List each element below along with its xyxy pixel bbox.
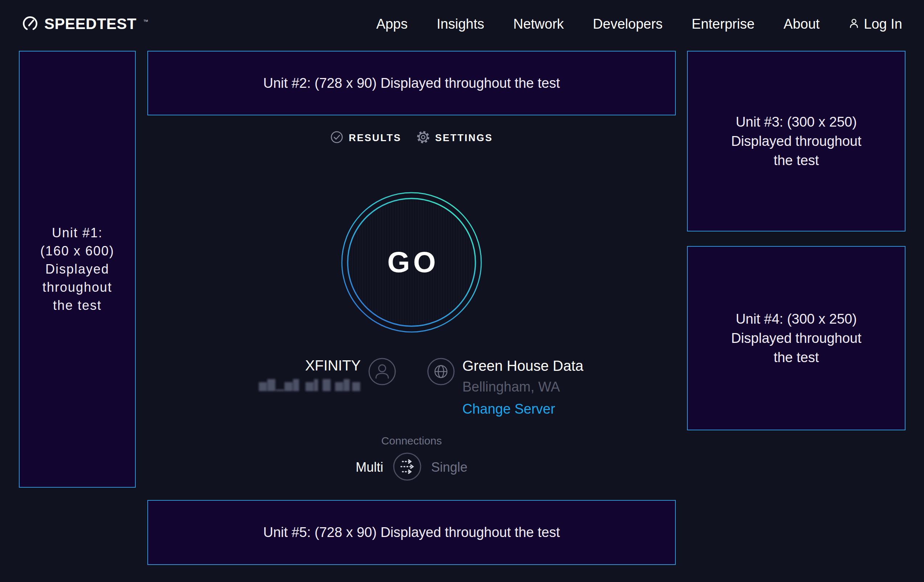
nav-item-apps[interactable]: Apps bbox=[376, 16, 408, 32]
isp-server-row: XFINITY ▆█▁▆▊ ▆▌█ ▆▊▆ Green House Data B… bbox=[226, 358, 584, 417]
isp-person-circle-icon bbox=[368, 358, 396, 387]
ad-unit-3-line: Unit #3: (300 x 250) bbox=[736, 112, 857, 132]
isp-name: XFINITY bbox=[226, 358, 361, 373]
ad-unit-3-line: Displayed throughout bbox=[731, 132, 861, 151]
ad-unit-4-line: Unit #4: (300 x 250) bbox=[736, 310, 857, 329]
ad-unit-3[interactable]: Unit #3: (300 x 250) Displayed throughou… bbox=[687, 51, 906, 231]
nav-menu: Apps Insights Network Developers Enterpr… bbox=[376, 16, 902, 32]
nav-item-insights[interactable]: Insights bbox=[437, 16, 484, 32]
ad-unit-1-line: Displayed bbox=[45, 260, 109, 278]
ad-unit-4[interactable]: Unit #4: (300 x 250) Displayed throughou… bbox=[687, 246, 906, 430]
ad-unit-1-line: the test bbox=[53, 297, 102, 315]
brand-name: SPEEDTEST bbox=[44, 15, 137, 33]
isp-block: XFINITY ▆█▁▆▊ ▆▌█ ▆▊▆ bbox=[226, 358, 361, 391]
top-nav: SPEEDTEST ™ Apps Insights Network Develo… bbox=[0, 0, 924, 48]
connections-single-option[interactable]: Single bbox=[431, 460, 467, 475]
tabs-row: RESULTS SETTINGS bbox=[147, 130, 676, 145]
gear-icon bbox=[417, 130, 430, 145]
speedtest-page: SPEEDTEST ™ Apps Insights Network Develo… bbox=[0, 0, 924, 582]
server-globe-circle-icon bbox=[427, 358, 455, 387]
check-circle-icon bbox=[330, 130, 343, 145]
gauge-icon bbox=[22, 15, 38, 33]
nav-item-network[interactable]: Network bbox=[513, 16, 564, 32]
nav-item-about[interactable]: About bbox=[784, 16, 820, 32]
server-block: Green House Data Bellingham, WA Change S… bbox=[462, 358, 584, 417]
server-name: Green House Data bbox=[462, 358, 584, 374]
ad-unit-4-line: Displayed throughout bbox=[731, 329, 861, 348]
ad-unit-2[interactable]: Unit #2: (728 x 90) Displayed throughout… bbox=[147, 51, 676, 115]
ad-unit-4-line: the test bbox=[774, 348, 819, 367]
go-button[interactable]: GO bbox=[341, 191, 482, 333]
ad-unit-2-text: Unit #2: (728 x 90) Displayed throughout… bbox=[263, 76, 559, 91]
go-label: GO bbox=[341, 191, 482, 333]
tab-settings[interactable]: SETTINGS bbox=[417, 130, 493, 145]
ad-unit-1-line: throughout bbox=[43, 278, 112, 297]
server-location: Bellingham, WA bbox=[462, 379, 584, 395]
login-label: Log In bbox=[864, 16, 902, 32]
connections-multi-option[interactable]: Multi bbox=[356, 460, 383, 475]
ad-unit-3-line: the test bbox=[774, 151, 819, 170]
nav-item-developers[interactable]: Developers bbox=[593, 16, 663, 32]
change-server-link[interactable]: Change Server bbox=[462, 401, 584, 417]
ad-unit-1-line: (160 x 600) bbox=[40, 242, 114, 260]
multi-connection-arrows-icon[interactable] bbox=[393, 452, 422, 483]
tab-results[interactable]: RESULTS bbox=[330, 130, 401, 145]
connections-row: Multi Single bbox=[147, 452, 676, 483]
ad-unit-5-text: Unit #5: (728 x 90) Displayed throughout… bbox=[263, 525, 559, 540]
speedtest-logo[interactable]: SPEEDTEST ™ bbox=[22, 15, 148, 33]
login-button[interactable]: Log In bbox=[848, 16, 902, 32]
connections-label: Connections bbox=[147, 435, 676, 447]
nav-item-enterprise[interactable]: Enterprise bbox=[692, 16, 754, 32]
ad-unit-1-line: Unit #1: bbox=[52, 224, 103, 242]
ad-unit-5[interactable]: Unit #5: (728 x 90) Displayed throughout… bbox=[147, 500, 676, 565]
trademark-mark: ™ bbox=[143, 18, 148, 24]
tab-results-label: RESULTS bbox=[349, 132, 401, 144]
tab-settings-label: SETTINGS bbox=[435, 132, 493, 144]
isp-masked-address: ▆█▁▆▊ ▆▌█ ▆▊▆ bbox=[226, 379, 361, 391]
person-icon bbox=[848, 18, 860, 30]
ad-unit-1[interactable]: Unit #1: (160 x 600) Displayed throughou… bbox=[19, 51, 136, 488]
